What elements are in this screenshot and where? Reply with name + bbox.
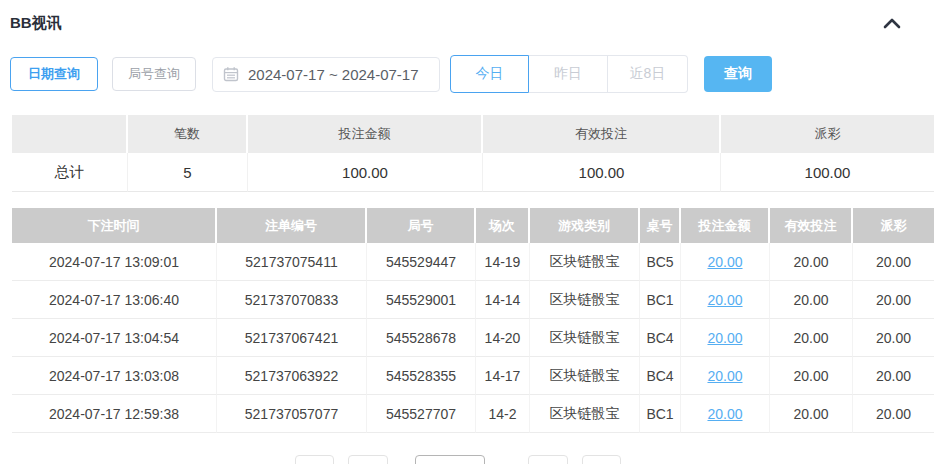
table-row: 2024-07-17 12:59:38 521737057077 5455277… [12, 395, 934, 433]
detail-header-table: 桌号 [640, 208, 681, 243]
query-toolbar: 日期查询 局号查询 2024-07-17 ~ 2024-07-17 今日 昨日 … [10, 55, 772, 93]
detail-header-bet: 投注金额 [681, 208, 770, 243]
summary-header-valid: 有效投注 [483, 115, 721, 153]
pagination-jump-button[interactable] [582, 455, 621, 464]
summary-table: 笔数 投注金额 有效投注 派彩 总计 5 100.00 100.00 100.0… [12, 115, 934, 192]
cell-game: 区块链骰宝 [530, 281, 640, 319]
cell-session: 14-2 [476, 395, 530, 433]
cell-slip: 521737063922 [217, 357, 367, 395]
detail-header-round: 局号 [367, 208, 476, 243]
cell-time: 2024-07-17 13:06:40 [12, 281, 217, 319]
calendar-icon [223, 66, 239, 82]
summary-total-label: 总计 [12, 153, 128, 192]
date-range-value: 2024-07-17 ~ 2024-07-17 [248, 66, 419, 83]
bet-amount-link[interactable]: 20.00 [707, 254, 742, 270]
cell-payout: 20.00 [853, 357, 934, 395]
detail-header-slip: 注单编号 [217, 208, 367, 243]
pagination-page-size-select[interactable] [415, 455, 485, 464]
cell-slip: 521737075411 [217, 243, 367, 281]
tab-round-query[interactable]: 局号查询 [112, 57, 196, 91]
cell-payout: 20.00 [853, 281, 934, 319]
cell-payout: 20.00 [853, 319, 934, 357]
cell-time: 2024-07-17 13:09:01 [12, 243, 217, 281]
query-button[interactable]: 查询 [704, 56, 772, 92]
quick-filter-last8days[interactable]: 近8日 [608, 55, 688, 93]
tab-date-query[interactable]: 日期查询 [10, 57, 98, 91]
cell-table: BC1 [640, 395, 681, 433]
cell-payout: 20.00 [853, 243, 934, 281]
summary-total-valid: 100.00 [483, 153, 721, 192]
detail-header-valid: 有效投注 [770, 208, 853, 243]
page-title: BB视讯 [10, 14, 62, 31]
cell-time: 2024-07-17 13:04:54 [12, 319, 217, 357]
cell-time: 2024-07-17 13:03:08 [12, 357, 217, 395]
quick-filter-group: 今日 昨日 近8日 [450, 55, 688, 93]
cell-session: 14-14 [476, 281, 530, 319]
summary-total-count: 5 [128, 153, 248, 192]
detail-header-payout: 派彩 [853, 208, 934, 243]
bet-records-table: 下注时间 注单编号 局号 场次 游戏类别 桌号 投注金额 有效投注 派彩 202… [12, 208, 934, 433]
cell-session: 14-20 [476, 319, 530, 357]
cell-table: BC4 [640, 319, 681, 357]
cell-payout: 20.00 [853, 395, 934, 433]
cell-round: 545529447 [367, 243, 476, 281]
cell-game: 区块链骰宝 [530, 357, 640, 395]
bet-amount-link[interactable]: 20.00 [707, 292, 742, 308]
pagination-prev-button[interactable] [295, 455, 334, 464]
cell-slip: 521737070833 [217, 281, 367, 319]
cell-game: 区块链骰宝 [530, 319, 640, 357]
bet-amount-link[interactable]: 20.00 [707, 330, 742, 346]
cell-round: 545528355 [367, 357, 476, 395]
detail-header-session: 场次 [476, 208, 530, 243]
cell-valid: 20.00 [770, 281, 853, 319]
summary-total-bet: 100.00 [248, 153, 483, 192]
table-row: 2024-07-17 13:06:40 521737070833 5455290… [12, 281, 934, 319]
cell-valid: 20.00 [770, 319, 853, 357]
bb-video-panel: BB视讯 日期查询 局号查询 2024-07-17 ~ 2024-07-17 今… [0, 0, 946, 464]
cell-table: BC5 [640, 243, 681, 281]
table-row: 2024-07-17 13:09:01 521737075411 5455294… [12, 243, 934, 281]
cell-game: 区块链骰宝 [530, 243, 640, 281]
table-row: 2024-07-17 13:03:08 521737063922 5455283… [12, 357, 934, 395]
cell-time: 2024-07-17 12:59:38 [12, 395, 217, 433]
cell-session: 14-17 [476, 357, 530, 395]
quick-filter-yesterday[interactable]: 昨日 [529, 55, 608, 93]
detail-header-time: 下注时间 [12, 208, 217, 243]
collapse-button[interactable] [878, 12, 906, 36]
bet-amount-link[interactable]: 20.00 [707, 406, 742, 422]
cell-session: 14-19 [476, 243, 530, 281]
summary-header-blank [12, 115, 128, 153]
date-range-input[interactable]: 2024-07-17 ~ 2024-07-17 [212, 57, 440, 92]
summary-header-row: 笔数 投注金额 有效投注 派彩 [12, 115, 934, 153]
summary-total-payout: 100.00 [721, 153, 934, 192]
cell-slip: 521737067421 [217, 319, 367, 357]
chevron-up-icon [882, 18, 902, 33]
summary-header-payout: 派彩 [721, 115, 934, 153]
quick-filter-today[interactable]: 今日 [450, 55, 529, 93]
summary-header-count: 笔数 [128, 115, 248, 153]
bet-amount-link[interactable]: 20.00 [707, 368, 742, 384]
cell-round: 545529001 [367, 281, 476, 319]
detail-header-row: 下注时间 注单编号 局号 场次 游戏类别 桌号 投注金额 有效投注 派彩 [12, 208, 934, 243]
cell-round: 545527707 [367, 395, 476, 433]
cell-valid: 20.00 [770, 395, 853, 433]
cell-game: 区块链骰宝 [530, 395, 640, 433]
cell-table: BC4 [640, 357, 681, 395]
cell-table: BC1 [640, 281, 681, 319]
detail-header-game: 游戏类别 [530, 208, 640, 243]
cell-round: 545528678 [367, 319, 476, 357]
summary-total-row: 总计 5 100.00 100.00 100.00 [12, 153, 934, 192]
pagination-page-button[interactable] [348, 455, 388, 464]
pagination-next-button[interactable] [528, 455, 568, 464]
summary-header-bet: 投注金额 [248, 115, 483, 153]
cell-valid: 20.00 [770, 243, 853, 281]
cell-slip: 521737057077 [217, 395, 367, 433]
panel-header: BB视讯 [10, 10, 946, 36]
cell-valid: 20.00 [770, 357, 853, 395]
table-row: 2024-07-17 13:04:54 521737067421 5455286… [12, 319, 934, 357]
